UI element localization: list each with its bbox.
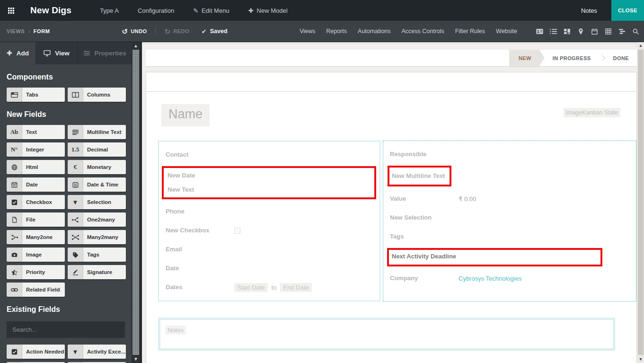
field-type-button[interactable]: One2many [68, 212, 126, 227]
form-field-row[interactable]: Phone [166, 202, 374, 221]
form-field-row[interactable]: New Selection [390, 208, 630, 227]
tags-icon [68, 248, 83, 262]
studio-menu-item[interactable]: Filter Rules [455, 28, 485, 35]
sidebar-body: Components TabsColumns New Fields AbText… [0, 64, 140, 363]
field-type-button[interactable]: 21Date [7, 177, 65, 192]
html-icon [7, 160, 22, 174]
field-type-button[interactable]: Signature [68, 265, 126, 279]
form-field-row[interactable]: Email [166, 240, 374, 259]
sidebar-tab-add[interactable]: ✚Add [0, 42, 36, 64]
decimal-icon: 1.5 [68, 142, 83, 157]
name-field[interactable]: Name [161, 104, 210, 126]
form-field-row[interactable]: New Checkbox [166, 221, 374, 240]
apps-grid-icon[interactable] [0, 0, 22, 21]
form-field-row[interactable]: New Multiline Text [392, 169, 450, 183]
field-type-button[interactable]: Tags [68, 248, 126, 262]
list-view-icon[interactable] [550, 28, 557, 35]
search-icon[interactable] [632, 28, 639, 35]
signature-icon [68, 265, 83, 279]
topbar-menu-item[interactable]: ✎Edit Menu [193, 7, 229, 14]
start-date-placeholder[interactable]: Start Date [234, 283, 268, 292]
field-type-button[interactable]: AbText [7, 125, 65, 139]
form-field-row[interactable]: Date [166, 259, 374, 278]
notes-field[interactable]: Notes [158, 318, 615, 351]
field-type-label: Text [22, 125, 65, 139]
field-type-button[interactable]: Html [7, 160, 65, 174]
field-type-button[interactable]: €Monetary [68, 160, 126, 174]
topbar-menu-item[interactable]: ✚New Model [248, 7, 288, 14]
scroll-up-icon[interactable]: ▲ [132, 42, 140, 50]
studio-menu-item[interactable]: Access Controls [402, 28, 444, 35]
sheet-title-row: Name ImageKanban State [161, 104, 620, 126]
studio-menu-item[interactable]: Reports [326, 28, 347, 35]
field-type-button[interactable]: Related Field [7, 283, 65, 297]
search-input[interactable] [7, 321, 125, 338]
scroll-down-icon[interactable]: ▼ [132, 355, 140, 363]
form-field-row[interactable]: CompanyCybrosys Technologies [390, 269, 630, 288]
studio-menu-item[interactable]: Views [300, 28, 315, 35]
pivot-view-icon[interactable] [605, 28, 612, 35]
topbar-menus: Type AConfiguration✎Edit Menu✚New Model [100, 7, 287, 14]
breadcrumb-views[interactable]: VIEWS [7, 28, 25, 34]
map-view-icon[interactable] [577, 28, 584, 35]
kanban-view-icon[interactable] [564, 28, 571, 35]
form-field-row[interactable]: Responsible [390, 145, 630, 164]
studio-menu-item[interactable]: Automations [358, 28, 390, 35]
field-type-button[interactable]: Many2many [68, 230, 126, 244]
field-label: Email [166, 245, 234, 254]
scroll-up-icon[interactable]: ▲ [637, 42, 644, 49]
field-type-button[interactable]: 1.5Decimal [68, 142, 126, 157]
form-field-row[interactable]: New Date [168, 168, 374, 183]
field-type-button[interactable]: File [7, 212, 65, 227]
form-field-row[interactable]: Value₹ 0.00 [390, 189, 630, 208]
end-date-placeholder[interactable]: End Date [280, 283, 311, 292]
statusbar-stage[interactable]: IN PROGRESS [545, 50, 599, 66]
form-field-row[interactable]: Contact [166, 145, 374, 164]
notes-placeholder: Notes [165, 326, 186, 335]
field-type-button[interactable]: ▼Activity Exce... [68, 345, 126, 359]
field-type-button[interactable]: N°Integer [7, 142, 65, 157]
sidebar-scrollbar[interactable]: ▲ ▼ [132, 42, 140, 363]
field-type-button[interactable]: Tabs [7, 88, 65, 102]
canvas-scrollbar[interactable]: ▲ ▼ [637, 42, 644, 363]
redo-button[interactable]: ↻REDO [164, 28, 189, 35]
field-type-button[interactable]: Image [7, 248, 65, 262]
scroll-down-icon[interactable]: ▼ [637, 355, 644, 363]
field-type-button[interactable]: Checkbox [7, 195, 65, 209]
field-type-button[interactable]: ▼Selection [68, 195, 126, 209]
field-type-button[interactable]: Columns [68, 88, 126, 102]
sidebar-scrollbar-thumb[interactable] [132, 50, 139, 355]
form-view-icon[interactable] [536, 28, 543, 35]
undo-button[interactable]: ↺UNDO [122, 28, 147, 35]
form-field-row[interactable]: DatesStart DatetoEnd Date [166, 278, 374, 297]
gantt-view-icon[interactable] [618, 28, 626, 35]
integer-icon: N° [7, 142, 22, 157]
studio-menu-item[interactable]: Website [496, 28, 517, 35]
monetary-icon: € [68, 160, 83, 174]
canvas-scrollbar-thumb[interactable] [638, 50, 644, 355]
existing-fields-heading: Existing Fields [7, 305, 125, 314]
sidebar-tab-properties[interactable]: Properties [78, 42, 132, 64]
statusbar-stage[interactable]: NEW [509, 50, 545, 66]
field-checkbox[interactable] [234, 228, 240, 234]
close-studio-button[interactable]: CLOSE [611, 0, 644, 21]
field-type-button[interactable]: Date & Time [68, 177, 126, 192]
calendar-view-icon[interactable] [591, 28, 598, 35]
field-type-button[interactable]: Many2one [7, 230, 65, 244]
field-type-button[interactable]: Multiline Text [68, 125, 126, 139]
form-field-row[interactable]: Next Activity Deadline [392, 252, 600, 261]
statusbar-stage[interactable]: DONE [605, 50, 637, 66]
field-type-label: Image [22, 248, 65, 262]
sidebar-tab-label: View [55, 50, 70, 57]
right-field-group[interactable]: ResponsibleNew Multiline TextValue₹ 0.00… [383, 141, 636, 301]
left-field-group[interactable]: ContactNew DateNew TextPhoneNew Checkbox… [158, 141, 380, 301]
field-type-button[interactable]: Action Needed [7, 345, 65, 359]
form-field-row[interactable]: Tags [390, 227, 630, 246]
topbar-menu-item[interactable]: Configuration [138, 7, 174, 14]
topbar-menu-item[interactable]: Type A [100, 7, 119, 14]
notes-menu-item[interactable]: Notes [581, 7, 597, 14]
sidebar-tab-view[interactable]: View [36, 42, 78, 64]
form-field-row[interactable]: New Text [168, 183, 374, 197]
field-type-button[interactable]: Priority [7, 265, 65, 279]
kanban-state-field[interactable]: ImageKanban State [564, 108, 621, 117]
